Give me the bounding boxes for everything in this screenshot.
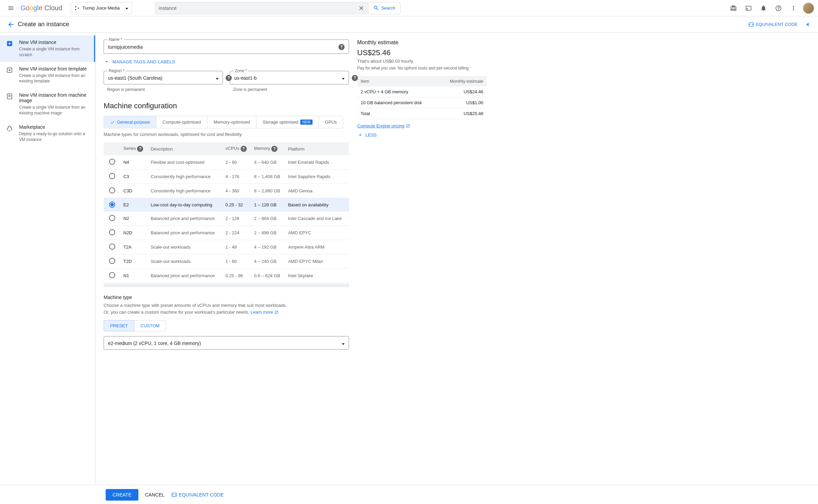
tab-description: Machine types for common workloads, opti… [104, 132, 349, 137]
nav-icon [5, 66, 14, 74]
series-row[interactable]: T2A Scale-out workloads 1 - 48 4 – 192 G… [104, 240, 349, 254]
nav-item-3[interactable]: Marketplace Deploy a ready-to-go solutio… [0, 120, 95, 147]
search-box[interactable] [155, 2, 368, 14]
nav-icon [5, 92, 14, 100]
code-icon [748, 22, 754, 27]
name-field: Name * ? [104, 40, 349, 54]
footer: CREATE CANCEL EQUIVALENT CODE [0, 485, 818, 504]
clear-icon[interactable] [358, 5, 365, 12]
tab-1[interactable]: Compute-optimised [156, 116, 208, 128]
collapse-panel-icon[interactable] [800, 18, 814, 31]
help-icon[interactable] [772, 1, 785, 15]
radio[interactable] [109, 258, 115, 264]
form-column: Name * ? MANAGE TAGS AND LABELS Region *… [104, 40, 349, 478]
page-title: Create an instance [18, 21, 69, 28]
name-input[interactable] [108, 44, 338, 50]
radio[interactable] [109, 202, 115, 208]
search-button[interactable]: Search [368, 2, 400, 14]
machine-type-title: Machine type [104, 295, 349, 300]
cancel-button[interactable]: CANCEL [145, 492, 165, 498]
series-row[interactable]: N4 Flexible and cost-optimised 2 - 80 4 … [104, 155, 349, 170]
name-label: Name * [107, 37, 124, 42]
nav-desc: Create a single VM instance from an exis… [19, 73, 90, 84]
nav-title: Marketplace [19, 124, 90, 130]
avatar[interactable] [803, 3, 814, 14]
logo[interactable]: Google Cloud [20, 4, 62, 12]
machine-type-select[interactable]: e2-medium (2 vCPU, 1 core, 4 GB memory) [104, 336, 349, 350]
zone-label: Zone * [233, 68, 248, 73]
zone-select[interactable]: Zone * us-east1-b [230, 71, 349, 84]
nav-title: New VM instance from machine image [19, 92, 90, 103]
page-header: Create an instance EQUIVALENT CODE [0, 16, 818, 33]
code-icon [171, 492, 177, 498]
nav-desc: Deploy a ready-to-go solution onto a VM … [19, 131, 90, 143]
nav-item-1[interactable]: New VM instance from template Create a s… [0, 62, 95, 89]
nav-desc: Create a single VM instance from scratch [19, 46, 89, 58]
tab-3[interactable]: Storage optimisedNEW [256, 116, 319, 128]
estimate-panel: Monthly estimate US$25.46 That's about U… [357, 40, 487, 478]
series-row[interactable]: C3 Consistently high performance 4 - 176… [104, 170, 349, 184]
gift-icon[interactable] [727, 1, 740, 15]
create-button[interactable]: CREATE [106, 489, 138, 501]
series-row[interactable]: T2D Scale-out workloads 1 - 60 4 – 240 G… [104, 254, 349, 269]
project-selector[interactable]: Turnip Juice Media [71, 2, 132, 14]
tab-4[interactable]: GPUs [319, 116, 343, 128]
nav-item-0[interactable]: New VM instance Create a single VM insta… [0, 35, 95, 62]
series-row[interactable]: E2 Low-cost day-to-day computing 0.25 - … [104, 198, 349, 211]
help-icon[interactable]: ? [241, 146, 247, 152]
estimate-price: US$25.46 [357, 48, 487, 57]
more-icon[interactable] [787, 1, 800, 15]
back-arrow-icon[interactable] [4, 18, 18, 31]
preset-custom-toggle: PRESET CUSTOM [104, 320, 349, 331]
search-input[interactable] [159, 5, 358, 11]
preset-button[interactable]: PRESET [104, 320, 134, 331]
chevron-up-icon [357, 132, 363, 138]
search-icon [373, 5, 379, 11]
radio[interactable] [109, 173, 115, 179]
radio[interactable] [109, 187, 115, 193]
equivalent-code-button[interactable]: EQUIVALENT CODE [748, 22, 798, 27]
check-icon [110, 120, 115, 125]
series-row[interactable]: N2 Balanced price and performance 2 - 12… [104, 211, 349, 226]
learn-more-link[interactable]: Learn more [251, 310, 278, 315]
nav-item-2[interactable]: New VM instance from machine image Creat… [0, 88, 95, 120]
estimate-row: TotalUS$25.46 [357, 108, 487, 119]
radio[interactable] [109, 215, 115, 221]
series-row[interactable]: C3D Consistently high performance 4 - 36… [104, 184, 349, 198]
menu-icon[interactable] [4, 1, 18, 15]
manage-tags-expander[interactable]: MANAGE TAGS AND LABELS [104, 59, 349, 65]
external-link-icon [274, 310, 278, 314]
estimate-hourly: That's about US$0.03 hourly [357, 59, 487, 64]
chevron-down-icon [340, 341, 345, 346]
help-icon[interactable]: ? [338, 44, 345, 50]
series-row[interactable]: N1 Balanced price and performance 0.25 -… [104, 269, 349, 283]
equivalent-code-button-footer[interactable]: EQUIVALENT CODE [171, 492, 224, 498]
region-select[interactable]: Region * us-east1 (South Carolina) [104, 71, 223, 84]
radio[interactable] [109, 229, 115, 235]
radio[interactable] [109, 159, 115, 165]
estimate-row: 2 vCPU + 4 GB memoryUS$24.46 [357, 86, 487, 97]
nav-icon [5, 40, 14, 48]
tab-2[interactable]: Memory-optimised [208, 116, 257, 128]
pricing-link[interactable]: Compute Engine pricing [357, 123, 410, 128]
project-name: Turnip Juice Media [82, 5, 121, 11]
radio[interactable] [109, 243, 115, 250]
notifications-icon[interactable] [757, 1, 770, 15]
region-label: Region * [107, 68, 126, 73]
main: New VM instance Create a single VM insta… [0, 33, 818, 485]
help-icon[interactable]: ? [271, 146, 277, 152]
estimate-note: Pay for what you use: No upfront costs a… [357, 66, 487, 70]
custom-button[interactable]: CUSTOM [134, 320, 166, 331]
help-icon[interactable]: ? [137, 146, 143, 152]
svg-point-1 [75, 9, 76, 10]
radio[interactable] [109, 272, 115, 278]
less-button[interactable]: LESS [357, 132, 487, 138]
help-icon[interactable]: ? [352, 75, 358, 81]
series-row[interactable]: N2D Balanced price and performance 2 - 2… [104, 226, 349, 240]
tab-0[interactable]: General purpose [104, 116, 156, 128]
nav-desc: Create a single VM instance from an exis… [19, 105, 90, 116]
external-link-icon [406, 124, 410, 128]
search-wrap: Search [155, 2, 400, 14]
scrollbar[interactable] [104, 284, 349, 287]
cloud-shell-icon[interactable] [742, 1, 755, 15]
